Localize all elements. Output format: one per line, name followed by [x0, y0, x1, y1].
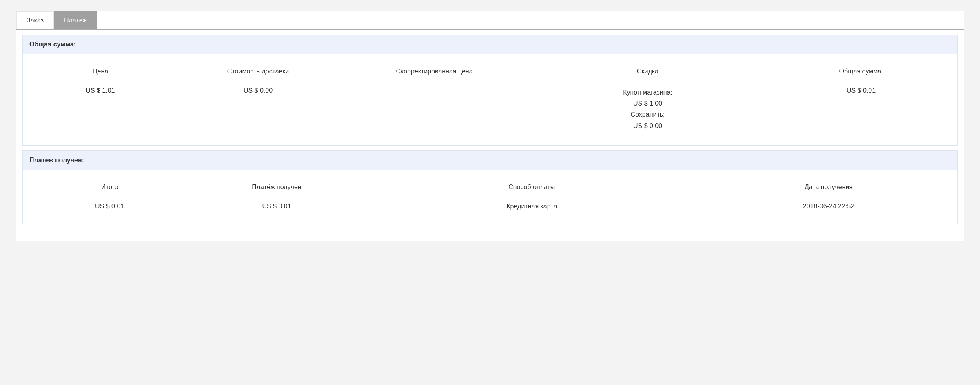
- discount-save-label: Сохранить:: [531, 109, 764, 120]
- cell-total: US $ 0.01: [768, 81, 954, 137]
- tab-order[interactable]: Заказ: [16, 11, 54, 29]
- total-amount-section: Общая сумма: Цена Стоимость доставки Ско…: [22, 35, 958, 146]
- tab-payment[interactable]: Платёж: [54, 11, 97, 29]
- header-received: Платёж получен: [193, 178, 360, 197]
- table-header-row: Цена Стоимость доставки Скорректированна…: [26, 62, 954, 81]
- discount-store-coupon-label: Купон магазина:: [531, 87, 764, 98]
- header-method: Способ оплаты: [360, 178, 703, 197]
- header-shipping: Стоимость доставки: [175, 62, 341, 81]
- cell-grand-total: US $ 0.01: [26, 197, 193, 216]
- cell-method: Кредитная карта: [360, 197, 703, 216]
- payment-received-title: Платеж получен:: [23, 151, 957, 170]
- content-area: Общая сумма: Цена Стоимость доставки Ско…: [16, 30, 964, 241]
- table-row: US $ 0.01 US $ 0.01 Кредитная карта 2018…: [26, 197, 954, 216]
- header-price: Цена: [26, 62, 175, 81]
- cell-discount: Купон магазина: US $ 1.00 Сохранить: US …: [527, 81, 768, 137]
- discount-save-value: US $ 0.00: [531, 120, 764, 131]
- total-amount-table: Цена Стоимость доставки Скорректированна…: [26, 62, 954, 137]
- table-row: US $ 1.01 US $ 0.00 Купон магазина: US $…: [26, 81, 954, 137]
- header-adjusted: Скорректированная цена: [341, 62, 527, 81]
- header-discount: Скидка: [527, 62, 768, 81]
- discount-store-coupon-value: US $ 1.00: [531, 98, 764, 109]
- payment-received-table: Итого Платёж получен Способ оплаты Дата …: [26, 178, 954, 216]
- tabs-bar: Заказ Платёж: [16, 11, 964, 30]
- total-amount-title: Общая сумма:: [23, 35, 957, 54]
- cell-adjusted: [341, 81, 527, 137]
- table-header-row: Итого Платёж получен Способ оплаты Дата …: [26, 178, 954, 197]
- payment-panel: Заказ Платёж Общая сумма: Цена Стоимость…: [16, 11, 964, 241]
- header-total: Общая сумма:: [768, 62, 954, 81]
- cell-received: US $ 0.01: [193, 197, 360, 216]
- header-date: Дата получения: [703, 178, 954, 197]
- cell-price: US $ 1.01: [26, 81, 175, 137]
- payment-received-section: Платеж получен: Итого Платёж получен Спо…: [22, 150, 958, 224]
- cell-date: 2018-06-24 22:52: [703, 197, 954, 216]
- cell-shipping: US $ 0.00: [175, 81, 341, 137]
- total-amount-body: Цена Стоимость доставки Скорректированна…: [23, 54, 957, 145]
- payment-received-body: Итого Платёж получен Способ оплаты Дата …: [23, 170, 957, 224]
- header-grand-total: Итого: [26, 178, 193, 197]
